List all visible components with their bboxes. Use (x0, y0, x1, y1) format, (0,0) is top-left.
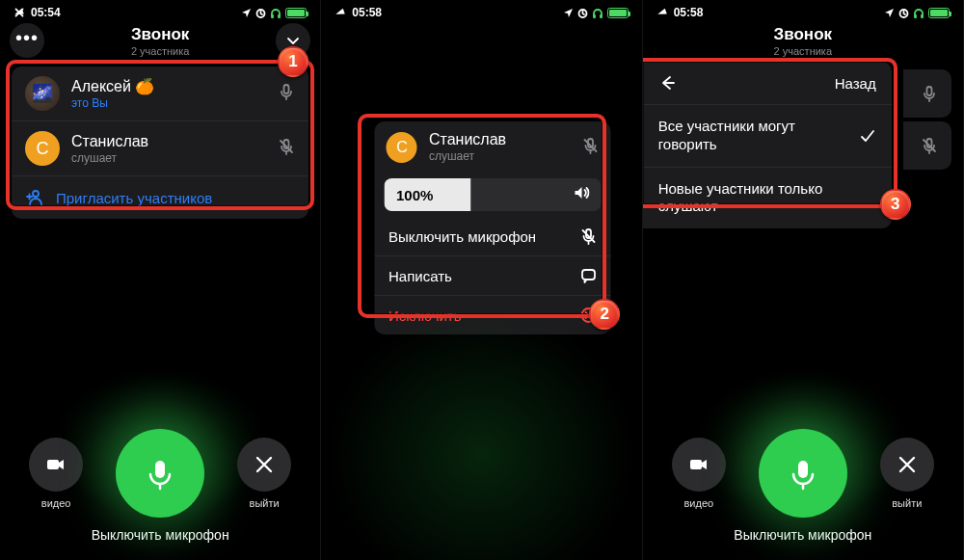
svg-rect-9 (582, 270, 595, 280)
avatar: С (25, 131, 60, 166)
mic-toggle-label: Выключить микрофон (92, 527, 229, 543)
participant-status: слушает (71, 151, 148, 165)
mic-toggle-label: Выключить микрофон (734, 527, 871, 543)
call-header: Звонок 2 участника (643, 25, 963, 63)
remove-participant-button[interactable]: Исключить (375, 295, 611, 334)
mic-icon (143, 456, 177, 491)
participants-card: 🌌 Алексей🍊 это Вы С Станислав слушает (12, 67, 308, 219)
camera-icon (687, 453, 710, 476)
call-controls: видео выйти Выключить микрофон (0, 429, 320, 543)
screenshot-panel-1: 05:54 ••• Звонок 2 участника 🌌 Алексей🍊 … (0, 0, 321, 560)
battery-icon (928, 8, 950, 18)
context-menu-header: С Станислав слушает (375, 121, 611, 173)
status-bar: 05:58 (643, 0, 963, 25)
volume-slider[interactable]: 100% (385, 178, 602, 211)
screenshot-panel-3: 05:58 Звонок 2 участника Назад Все участ… (643, 0, 964, 560)
screenshot-panel-2: 05:58 С Станислав слушает 100% (321, 0, 642, 560)
svg-rect-12 (926, 87, 931, 95)
close-icon (254, 454, 275, 475)
exit-button[interactable] (237, 438, 291, 492)
alarm-icon (577, 8, 588, 18)
mic-icon (278, 83, 295, 104)
step-badge-1: 1 (278, 46, 308, 77)
video-label: видео (683, 497, 713, 509)
mic-muted-icon (582, 137, 600, 158)
volume-value: 100% (385, 187, 433, 203)
ctx-label: Исключить (388, 307, 462, 324)
location-icon (241, 8, 252, 18)
svg-rect-1 (284, 85, 289, 93)
video-button[interactable] (29, 438, 83, 492)
speaking-permissions-menu: Назад Все участники могут говорить Новые… (643, 62, 892, 228)
alarm-icon (898, 8, 909, 18)
headphones-icon (270, 8, 281, 18)
step-badge-3: 3 (880, 189, 911, 220)
message-participant-button[interactable]: Написать (375, 255, 611, 295)
svg-rect-14 (690, 460, 702, 469)
back-button[interactable]: Назад (643, 62, 892, 105)
airplane-mode-icon (335, 7, 346, 18)
headphones-icon (913, 8, 924, 18)
avatar: 🌌 (25, 76, 60, 111)
background-rows (903, 69, 951, 173)
mic-muted-icon (278, 138, 295, 159)
avatar: С (387, 132, 417, 163)
ctx-label: Написать (388, 268, 452, 284)
option-label: Все участники могут говорить (658, 118, 849, 154)
speaker-icon (573, 184, 590, 205)
svg-rect-15 (798, 461, 808, 478)
participant-status: это Вы (71, 96, 154, 110)
step-badge-2: 2 (589, 299, 620, 330)
participant-row-self[interactable]: 🌌 Алексей🍊 это Вы (12, 67, 308, 121)
back-label: Назад (835, 75, 876, 92)
status-time: 05:58 (352, 6, 382, 19)
call-controls: видео выйти Выключить микрофон (643, 429, 963, 543)
more-button[interactable]: ••• (10, 23, 44, 58)
mute-participant-button[interactable]: Выключить микрофон (375, 217, 611, 255)
call-subtitle: 2 участника (0, 45, 320, 57)
exit-label: выйти (892, 497, 922, 509)
status-bar: 05:58 (321, 0, 641, 25)
exit-label: выйти (250, 497, 280, 509)
mic-muted-icon (921, 137, 938, 154)
headphones-icon (592, 8, 603, 18)
camera-icon (44, 453, 67, 476)
chat-icon (580, 267, 598, 284)
svg-point-3 (33, 191, 39, 197)
glow-effect (327, 309, 635, 560)
option-new-listen-only[interactable]: Новые участники только слушают (643, 168, 892, 229)
option-label: Новые участники только слушают (658, 180, 876, 217)
invite-label: Пригласить участников (56, 190, 212, 206)
battery-icon (285, 8, 307, 18)
call-subtitle: 2 участника (643, 45, 963, 57)
video-label: видео (41, 497, 71, 509)
mic-toggle-button[interactable] (759, 429, 847, 518)
location-icon (884, 8, 895, 18)
svg-rect-4 (47, 460, 59, 469)
location-icon (563, 8, 574, 18)
call-title: Звонок (0, 25, 320, 44)
svg-rect-5 (155, 461, 165, 478)
video-button[interactable] (672, 438, 726, 492)
participant-name: Алексей🍊 (71, 77, 154, 95)
status-time: 05:58 (674, 6, 704, 19)
participant-context-menu: С Станислав слушает 100% Выключить микро… (375, 121, 611, 334)
check-icon (859, 127, 876, 145)
call-header: ••• Звонок 2 участника (0, 25, 320, 63)
close-icon (897, 454, 918, 475)
status-time: 05:54 (31, 6, 61, 19)
participant-row[interactable]: С Станислав слушает (12, 121, 308, 176)
invite-participants-button[interactable]: Пригласить участников (12, 176, 308, 219)
participant-name: Станислав (71, 133, 148, 150)
add-user-icon (25, 188, 44, 207)
option-all-can-speak[interactable]: Все участники могут говорить (643, 105, 892, 168)
battery-icon (607, 8, 629, 18)
airplane-mode-icon (13, 7, 25, 18)
arrow-left-icon (658, 74, 676, 92)
airplane-mode-icon (656, 7, 668, 18)
mic-toggle-button[interactable] (116, 429, 204, 518)
call-title: Звонок (643, 25, 963, 44)
status-bar: 05:54 (0, 0, 320, 25)
exit-button[interactable] (880, 438, 934, 492)
mic-muted-icon (580, 227, 598, 245)
